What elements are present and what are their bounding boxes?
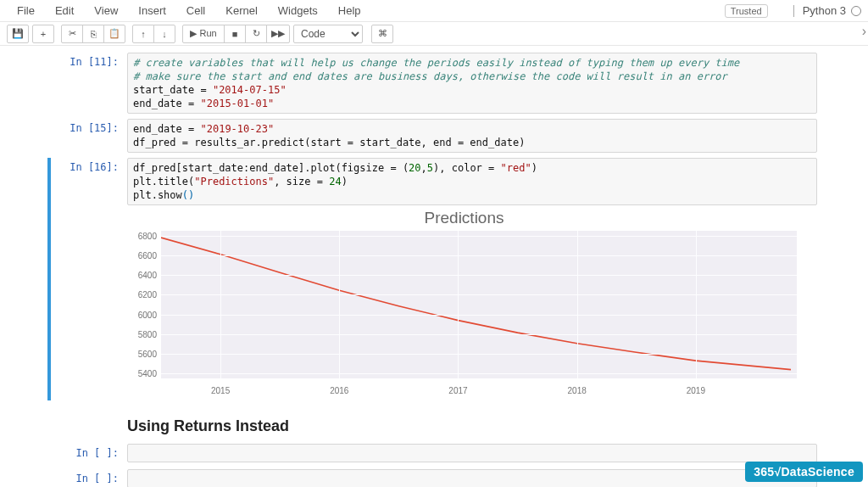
x-tick-label: 2016 xyxy=(330,386,348,395)
menu-help[interactable]: Help xyxy=(328,1,371,20)
add-cell-button[interactable]: + xyxy=(32,25,54,43)
cell-input[interactable] xyxy=(127,444,817,462)
y-tick-label: 5600 xyxy=(131,350,157,359)
datascience-logo: 365√DataScience xyxy=(745,462,863,482)
output-prompt xyxy=(51,205,127,395)
chart-title: Predictions xyxy=(131,209,797,229)
overflow-arrow-icon: › xyxy=(862,24,866,39)
menu-edit[interactable]: Edit xyxy=(45,1,84,20)
x-tick-label: 2015 xyxy=(211,386,230,395)
code-cell-empty[interactable]: In [ ]: xyxy=(51,469,817,487)
cell-output: Predictions 5400560058006000620064006600… xyxy=(127,205,817,395)
code-content: end_date = "2019-10-23" df_pred = result… xyxy=(133,122,811,149)
restart-run-all-button[interactable]: ▶▶ xyxy=(266,25,290,43)
cell-prompt: In [11]: xyxy=(51,53,127,114)
cut-button[interactable]: ✂ xyxy=(61,25,83,43)
menu-cell[interactable]: Cell xyxy=(176,1,215,20)
y-tick-label: 6800 xyxy=(131,231,157,240)
y-tick-label: 6600 xyxy=(131,251,157,260)
code-cell[interactable]: In [11]: # create variables that will he… xyxy=(51,53,817,114)
kernel-status-icon xyxy=(851,6,861,16)
code-cell-selected[interactable]: In [16]: df_pred[start_date:end_date].pl… xyxy=(47,158,817,400)
command-palette-button[interactable]: ⌘ xyxy=(371,25,393,43)
code-content: df_pred[start_date:end_date].plot(figsiz… xyxy=(133,161,811,202)
code-cell-empty[interactable]: In [ ]: xyxy=(51,444,817,462)
line-series xyxy=(161,231,797,378)
move-down-button[interactable]: ↓ xyxy=(153,25,175,43)
x-tick-label: 2018 xyxy=(568,386,587,395)
code-cell[interactable]: In [15]: end_date = "2019-10-23" df_pred… xyxy=(51,119,817,153)
menu-widgets[interactable]: Widgets xyxy=(268,1,328,20)
y-tick-label: 6200 xyxy=(131,290,157,299)
cell-prompt: In [ ]: xyxy=(51,469,127,487)
stop-button[interactable]: ■ xyxy=(224,25,246,43)
celltype-select[interactable]: Code xyxy=(293,25,363,43)
menu-kernel[interactable]: Kernel xyxy=(215,1,268,20)
y-tick-label: 5800 xyxy=(131,329,157,339)
markdown-cell[interactable]: Using Returns Instead xyxy=(51,406,817,444)
plot-area xyxy=(161,231,797,378)
y-tick-label: 6400 xyxy=(131,271,157,280)
x-tick-label: 2019 xyxy=(687,386,705,395)
markdown-heading: Using Returns Instead xyxy=(127,417,817,435)
trusted-badge[interactable]: Trusted xyxy=(725,4,768,18)
y-tick-label: 6000 xyxy=(131,310,157,319)
cell-input[interactable]: df_pred[start_date:end_date].plot(figsiz… xyxy=(127,158,817,205)
y-tick-label: 5400 xyxy=(131,369,157,378)
paste-button[interactable]: 📋 xyxy=(103,25,125,43)
code-content: # create variables that will help us cha… xyxy=(133,56,811,110)
cell-input[interactable]: end_date = "2019-10-23" df_pred = result… xyxy=(127,119,817,153)
menu-insert[interactable]: Insert xyxy=(128,1,176,20)
toolbar: 💾 + ✂ ⎘ 📋 ↑ ↓ ▶ Run ■ ↻ ▶▶ Code ⌘ xyxy=(0,22,868,46)
save-button[interactable]: 💾 xyxy=(7,25,29,43)
restart-button[interactable]: ↻ xyxy=(245,25,267,43)
menubar: File Edit View Insert Cell Kernel Widget… xyxy=(0,0,868,22)
kernel-name: Python 3 xyxy=(803,4,846,17)
menu-file[interactable]: File xyxy=(7,1,45,20)
copy-button[interactable]: ⎘ xyxy=(82,25,104,43)
notebook-area: In [11]: # create variables that will he… xyxy=(0,46,868,487)
cell-input[interactable]: # create variables that will help us cha… xyxy=(127,53,817,114)
cell-prompt: In [ ]: xyxy=(51,444,127,462)
kernel-indicator[interactable]: Python 3 xyxy=(793,4,861,17)
cell-prompt: In [15]: xyxy=(51,119,127,153)
cell-input[interactable] xyxy=(127,469,817,487)
cell-prompt: In [16]: xyxy=(51,158,127,205)
chart: Predictions 5400560058006000620064006600… xyxy=(131,209,797,395)
x-tick-label: 2017 xyxy=(448,386,467,395)
move-up-button[interactable]: ↑ xyxy=(132,25,154,43)
menu-view[interactable]: View xyxy=(84,1,128,20)
run-button[interactable]: ▶ Run xyxy=(182,25,225,43)
